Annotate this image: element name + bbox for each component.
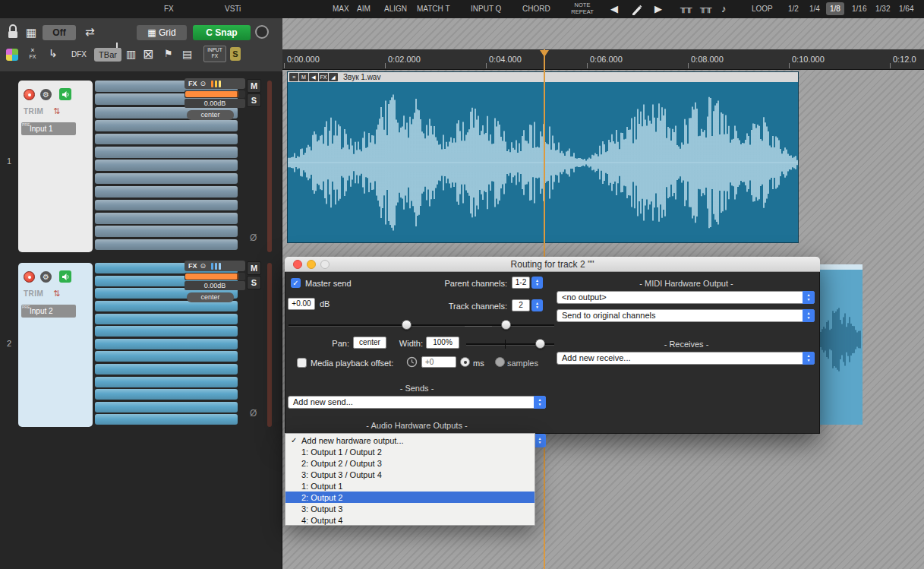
- phase-button[interactable]: Ø: [250, 232, 257, 243]
- media-item-header[interactable]: [820, 264, 863, 270]
- offset-field[interactable]: +0: [421, 356, 456, 368]
- item-notes-chip[interactable]: ◢: [329, 73, 338, 81]
- midi-output-select[interactable]: <no output> ▲▼: [557, 291, 815, 304]
- division-1-8-active[interactable]: 1/8: [826, 2, 844, 15]
- division-1-64[interactable]: 1/64: [899, 5, 913, 13]
- media-item-partial[interactable]: [820, 264, 863, 425]
- item-lock-chip[interactable]: ≡: [289, 73, 298, 81]
- nudge-right-icon[interactable]: ▶: [654, 3, 662, 14]
- menu-item[interactable]: 3: Output 3 / Output 4: [285, 469, 535, 480]
- menu-item[interactable]: 2: Output 2: [285, 492, 535, 503]
- send-volume-slider-thumb[interactable]: [402, 320, 412, 330]
- match-button[interactable]: MATCH T: [417, 5, 450, 13]
- mixer-icon[interactable]: ▤: [182, 48, 192, 60]
- track-settings-button[interactable]: ⚙: [40, 271, 52, 283]
- division-1-4[interactable]: 1/4: [809, 5, 820, 13]
- fx-menu[interactable]: FX: [164, 5, 174, 13]
- folder-route-icon[interactable]: ↳: [49, 47, 58, 59]
- track-channels-stepper[interactable]: ▲▼: [531, 299, 543, 311]
- bypass-fx-icon[interactable]: × FX: [26, 47, 39, 59]
- mute-button[interactable]: M: [247, 79, 261, 93]
- solo-button[interactable]: S: [247, 276, 261, 289]
- send-pan-slider-thumb[interactable]: [501, 320, 511, 330]
- dfx-button[interactable]: DFX: [71, 50, 87, 58]
- input-fx-button[interactable]: INPUT FX: [203, 46, 226, 62]
- ripple-off-button[interactable]: Off: [43, 25, 76, 40]
- width-field[interactable]: 100%: [426, 337, 459, 349]
- volume-fader[interactable]: [184, 90, 245, 98]
- phase-button[interactable]: Ø: [250, 408, 257, 419]
- volume-fader[interactable]: [184, 273, 245, 280]
- add-send-select[interactable]: Add new send... ▲▼: [288, 396, 546, 409]
- timeline-ruler[interactable]: 0:00.0000:02.0000:04.0000:06.0000:08.000…: [282, 49, 924, 70]
- theme-color-icon[interactable]: [6, 49, 18, 61]
- marker-flag-icon[interactable]: ⚑: [164, 48, 173, 59]
- chord-button[interactable]: CHORD: [522, 5, 550, 13]
- max-button[interactable]: MAX: [333, 5, 349, 13]
- vsti-menu[interactable]: VSTi: [225, 5, 241, 13]
- menu-item[interactable]: 4: Output 4: [285, 514, 535, 526]
- monitor-button[interactable]: [59, 88, 71, 100]
- grid-button[interactable]: ▦ Grid: [137, 25, 187, 40]
- menu-item[interactable]: ✓Add new hardware output...: [285, 435, 535, 446]
- division-1-2[interactable]: 1/2: [788, 5, 799, 13]
- envelope-icon[interactable]: ⊠: [143, 46, 153, 62]
- nudge-left-icon[interactable]: ◀: [610, 3, 618, 14]
- dialog-titlebar[interactable]: Routing for track 2 "": [285, 257, 820, 272]
- record-arm-button[interactable]: [24, 89, 35, 100]
- panel-edge-strip[interactable]: [267, 263, 272, 427]
- insert-measure-icon[interactable]: ╥╥: [680, 3, 692, 12]
- item-prev-take-chip[interactable]: ◀: [309, 73, 318, 81]
- width-slider-thumb[interactable]: [535, 339, 545, 349]
- menu-item[interactable]: 1: Output 1 / Output 2: [285, 446, 535, 457]
- pan-readout[interactable]: center: [187, 110, 234, 120]
- track-control-panel[interactable]: [18, 263, 93, 427]
- panel-edge-strip[interactable]: [267, 81, 272, 252]
- menu-item[interactable]: 2: Output 2 / Output 3: [285, 457, 535, 469]
- solo-defeat-button[interactable]: S: [230, 47, 241, 61]
- playhead-marker[interactable]: [540, 50, 549, 57]
- tbar-button[interactable]: TBar: [94, 48, 121, 62]
- trim-routing-icon[interactable]: ⇅: [53, 289, 60, 299]
- grid-mode-icon[interactable]: ▦: [26, 26, 36, 40]
- parent-channels-stepper[interactable]: ▲▼: [531, 277, 543, 289]
- media-item[interactable]: ≡ M ◀ FX ◢ Звук 1.wav: [287, 71, 799, 243]
- media-offset-checkbox[interactable]: [297, 358, 307, 368]
- parent-channels-field[interactable]: 1-2: [512, 277, 530, 289]
- item-mute-chip[interactable]: M: [299, 73, 308, 81]
- division-1-16[interactable]: 1/16: [852, 5, 866, 13]
- division-1-32[interactable]: 1/32: [875, 5, 890, 13]
- trim-label[interactable]: TRIM: [24, 107, 43, 115]
- solo-button[interactable]: S: [247, 93, 261, 107]
- note-glide-icon[interactable]: ♪: [721, 3, 727, 14]
- volume-readout[interactable]: 0.00dB: [184, 99, 245, 108]
- menu-item[interactable]: 3: Output 3: [285, 503, 535, 514]
- pan-readout[interactable]: center: [187, 292, 234, 302]
- mute-button[interactable]: M: [247, 261, 261, 275]
- trim-label[interactable]: TRIM: [24, 289, 43, 298]
- trim-routing-icon[interactable]: ⇅: [53, 106, 60, 116]
- snap-button[interactable]: C Snap: [193, 25, 251, 40]
- midi-mode-select[interactable]: Send to original channels ▲▼: [557, 309, 815, 322]
- media-item-header[interactable]: ≡ M ◀ FX ◢ Звук 1.wav: [288, 72, 798, 82]
- volume-readout[interactable]: 0.00dB: [184, 281, 245, 290]
- lock-icon[interactable]: [6, 24, 20, 40]
- aim-button[interactable]: AIM: [357, 5, 371, 13]
- add-receive-select[interactable]: Add new receive... ▲▼: [557, 352, 815, 365]
- record-arm-button[interactable]: [24, 271, 35, 283]
- samples-radio[interactable]: [495, 357, 505, 367]
- loop-button[interactable]: LOOP: [752, 5, 773, 13]
- piano-roll-icon[interactable]: ▥: [126, 48, 136, 60]
- remove-measure-icon[interactable]: ╥╥: [700, 3, 712, 12]
- note-repeat-button[interactable]: NOTE REPEAT: [565, 2, 600, 15]
- routing-icon[interactable]: ⇄: [85, 25, 95, 39]
- fx-button-strip[interactable]: FX ⊙: [184, 78, 245, 89]
- input-button[interactable]: PRE Input 1: [21, 122, 76, 135]
- input-quantize-button[interactable]: INPUT Q: [471, 5, 501, 13]
- master-send-checkbox[interactable]: ✓: [291, 278, 301, 288]
- menu-item[interactable]: 1: Output 1: [285, 480, 535, 492]
- ms-radio[interactable]: [460, 357, 470, 367]
- input-button[interactable]: PRE Input 2: [21, 305, 76, 318]
- track-settings-button[interactable]: ⚙: [40, 89, 52, 100]
- fx-button-strip[interactable]: FX ⊙: [184, 261, 245, 271]
